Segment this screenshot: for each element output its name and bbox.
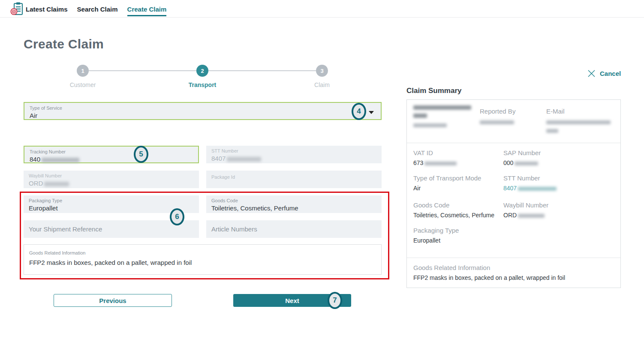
step-3-label: Claim <box>296 81 348 88</box>
tracking-number-field[interactable]: Tracking Number 840 <box>24 146 199 163</box>
transport-mode-label: Type of Transport Mode <box>413 174 481 182</box>
goods-code-value: Toiletries, Cosmetics, Perfume <box>206 203 382 212</box>
vat-id-label: VAT ID <box>413 149 457 156</box>
cancel-label: Cancel <box>600 70 621 77</box>
claim-summary-title: Claim Summary <box>406 87 462 95</box>
summary-goods-related-info: Goods Related Information FFP2 masks in … <box>413 264 565 281</box>
annotation-badge-7: 7 <box>328 292 342 309</box>
stt-number-field: STT Number 8407 <box>206 146 382 163</box>
waybill-number-redacted <box>44 182 69 186</box>
goods-related-info-value: FFP2 masks in boxes, packed on a pallet,… <box>24 255 381 266</box>
waybill-number-value: ORD <box>29 180 43 187</box>
annotation-badge-5: 5 <box>134 146 148 163</box>
step-2-label: Transport <box>177 81 228 88</box>
vat-id-value: 673 <box>413 159 423 166</box>
summary-goods-code: Goods Code Toiletries, Cosmetics, Perfum… <box>413 201 494 219</box>
goods-code-label: Goods Code <box>206 195 382 203</box>
summary-packaging-label: Packaging Type <box>413 227 459 234</box>
summary-waybill-value: ORD <box>503 212 517 219</box>
summary-waybill-label: Waybill Number <box>503 201 548 209</box>
sap-number-redacted <box>515 162 538 165</box>
stt-number-value: 8407 <box>211 155 226 162</box>
claims-logo-icon <box>10 2 24 16</box>
annotation-badge-6: 6 <box>170 208 184 225</box>
close-icon <box>587 69 596 78</box>
summary-packaging-type: Packaging Type Europallet <box>413 227 459 244</box>
vat-id-redacted <box>424 162 457 165</box>
sap-number-label: SAP Number <box>503 149 541 156</box>
top-navigation-bar: Latest Claims Search Claim Create Claim <box>0 0 644 18</box>
sap-number-value: 000 <box>503 159 513 166</box>
summary-stt-value[interactable]: 8407 <box>503 185 517 192</box>
annotation-badge-4: 4 <box>352 103 366 120</box>
claim-summary-card: Reported By E-Mail VAT ID 673 SAP Number… <box>406 99 621 288</box>
email-redacted-line2 <box>546 129 558 133</box>
goods-related-info-textarea[interactable]: Goods Related Information FFP2 masks in … <box>24 244 382 275</box>
transport-mode-value: Air <box>413 185 481 192</box>
tracking-number-label: Tracking Number <box>24 147 198 154</box>
step-2-circle: 2 <box>196 65 208 77</box>
type-of-service-select[interactable]: Type of Service Air <box>24 102 382 120</box>
waybill-number-field: Waybill Number ORD <box>24 171 199 188</box>
nav-create-claim[interactable]: Create Claim <box>127 1 167 16</box>
summary-vat-id: VAT ID 673 <box>413 149 457 166</box>
summary-sap-number: SAP Number 000 <box>503 149 541 166</box>
summary-packaging-value: Europallet <box>413 237 459 244</box>
create-claim-page: Latest Claims Search Claim Create Claim … <box>0 0 644 339</box>
tracking-number-redacted <box>42 158 79 162</box>
summary-divider-2 <box>407 258 620 258</box>
summary-goods-code-label: Goods Code <box>413 201 494 209</box>
summary-company-redacted <box>413 105 471 127</box>
reported-by-redacted <box>480 120 514 124</box>
step-1-label: Customer <box>57 81 108 88</box>
nav-search-claim[interactable]: Search Claim <box>77 1 118 16</box>
goods-code-field[interactable]: Goods Code Toiletries, Cosmetics, Perfum… <box>206 195 382 213</box>
cancel-button[interactable]: Cancel <box>587 69 621 78</box>
package-id-field: Package Id <box>206 171 382 188</box>
step-1-circle: 1 <box>77 65 89 77</box>
package-id-label: Package Id <box>206 171 382 180</box>
summary-transport-mode: Type of Transport Mode Air <box>413 174 481 192</box>
packaging-type-label: Packaging Type <box>24 195 199 203</box>
email-label: E-Mail <box>546 108 611 115</box>
type-of-service-value: Air <box>24 111 381 119</box>
stt-number-redacted <box>227 157 261 162</box>
stt-number-label: STT Number <box>206 146 382 153</box>
summary-stt-number: STT Number 8407 <box>503 174 557 192</box>
tracking-number-value: 840 <box>30 156 40 163</box>
previous-button[interactable]: Previous <box>54 294 172 307</box>
goods-related-info-label: Goods Related Information <box>24 245 381 255</box>
summary-stt-redacted <box>518 187 557 191</box>
summary-email: E-Mail <box>546 108 611 133</box>
chevron-down-icon[interactable] <box>369 111 374 114</box>
summary-waybill-number: Waybill Number ORD <box>503 201 548 219</box>
summary-gri-label: Goods Related Information <box>413 264 565 271</box>
reported-by-label: Reported By <box>480 108 515 115</box>
summary-stt-label: STT Number <box>503 174 557 182</box>
type-of-service-label: Type of Service <box>24 103 381 111</box>
nav-latest-claims[interactable]: Latest Claims <box>26 1 68 16</box>
summary-goods-code-value: Toiletries, Cosmetics, Perfume <box>413 212 494 219</box>
nav-items: Latest Claims Search Claim Create Claim <box>26 0 166 18</box>
summary-divider-1 <box>407 143 620 143</box>
page-title: Create Claim <box>24 37 104 51</box>
summary-waybill-redacted <box>518 214 545 218</box>
article-numbers-input[interactable]: Article Numbers <box>206 220 382 238</box>
waybill-number-label: Waybill Number <box>24 171 199 178</box>
summary-reported-by: Reported By <box>480 108 515 124</box>
summary-gri-value: FFP2 masks in boxes, packed on a pallet,… <box>413 274 565 281</box>
step-3-circle: 3 <box>316 65 328 77</box>
email-redacted-line1 <box>546 120 611 124</box>
